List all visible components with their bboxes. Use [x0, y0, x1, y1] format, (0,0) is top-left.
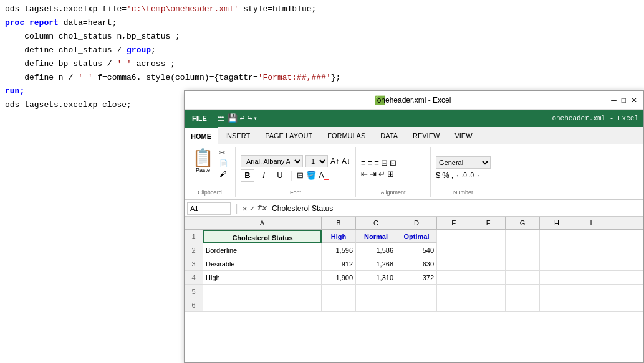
cell-e2[interactable] [437, 243, 471, 257]
maximize-icon[interactable]: □ [622, 96, 626, 105]
paste-button[interactable]: 📋 Paste [190, 148, 216, 174]
cell-c1[interactable]: Normal [356, 230, 396, 243]
cell-d5[interactable] [396, 285, 437, 298]
underline-button[interactable]: U [273, 169, 287, 182]
cell-i3[interactable] [574, 257, 608, 270]
cell-e6[interactable] [437, 298, 471, 311]
borders-button[interactable]: ⊞ [297, 171, 304, 180]
cell-i5[interactable] [574, 285, 608, 298]
confirm-formula-icon[interactable]: ✓ [250, 204, 255, 214]
cell-h3[interactable] [540, 257, 574, 270]
file-tab[interactable]: FILE [185, 110, 214, 127]
cell-h4[interactable] [540, 271, 574, 284]
cell-e1[interactable] [437, 230, 471, 243]
decrease-decimal-icon: ←.0 [455, 172, 466, 179]
cancel-formula-icon[interactable]: ✕ [243, 204, 248, 214]
tab-review[interactable]: REVIEW [405, 127, 447, 144]
number-format-select[interactable]: General [436, 156, 491, 169]
cell-g2[interactable] [506, 243, 540, 257]
cell-b5[interactable] [322, 285, 356, 298]
tab-home[interactable]: HOME [185, 127, 218, 144]
cell-i1[interactable] [574, 230, 608, 243]
cut-button[interactable]: ✂ [218, 148, 230, 158]
cell-c4[interactable]: 1,310 [356, 271, 396, 284]
cell-a6[interactable] [203, 298, 322, 311]
cell-d4[interactable]: 372 [396, 271, 437, 284]
font-size-select[interactable]: 10 [305, 155, 328, 167]
tab-view[interactable]: VIEW [447, 127, 479, 144]
undo-icon[interactable]: ↩ [240, 113, 245, 123]
cell-g3[interactable] [506, 257, 540, 270]
cell-c2[interactable]: 1,586 [356, 243, 396, 257]
cell-f1[interactable] [471, 230, 506, 243]
font-name-select[interactable]: Arial, Albany AM [241, 155, 303, 167]
cell-f4[interactable] [471, 271, 506, 284]
cell-a5[interactable] [203, 285, 322, 298]
cell-b2[interactable]: 1,596 [322, 243, 356, 257]
insert-function-icon[interactable]: fx [257, 204, 267, 214]
font-color-button[interactable]: A_ [319, 171, 329, 180]
cell-b4[interactable]: 1,900 [322, 271, 356, 284]
tab-formulas[interactable]: FORMULAS [320, 127, 373, 144]
decrease-font-btn[interactable]: A↓ [342, 157, 350, 166]
redo-icon[interactable]: ↪ [248, 113, 252, 123]
tab-page-layout[interactable]: PAGE LAYOUT [257, 127, 320, 144]
indent-decrease-btn[interactable]: ⇤ [361, 169, 368, 179]
bold-button[interactable]: B [241, 169, 254, 182]
cell-b6[interactable] [322, 298, 356, 311]
close-icon[interactable]: ✕ [631, 96, 637, 105]
increase-font-btn[interactable]: A↑ [330, 157, 339, 166]
cell-b1[interactable]: High [322, 230, 356, 243]
cell-a1[interactable]: Cholesterol Status [203, 230, 322, 243]
save-qa-icon[interactable]: 💾 [228, 113, 238, 123]
cell-d3[interactable]: 630 [396, 257, 437, 270]
cell-c3[interactable]: 1,268 [356, 257, 396, 270]
cell-d2[interactable]: 540 [396, 243, 437, 257]
cell-h1[interactable] [540, 230, 574, 243]
align-left-btn[interactable]: ≡ [361, 158, 366, 167]
cell-f6[interactable] [471, 298, 506, 311]
indent-increase-btn[interactable]: ⇥ [370, 169, 377, 179]
cell-i6[interactable] [574, 298, 608, 311]
italic-button[interactable]: I [257, 169, 271, 182]
cell-h5[interactable] [540, 285, 574, 298]
fill-color-button[interactable]: 🪣 [306, 171, 316, 180]
cell-a3[interactable]: Desirable [203, 257, 322, 270]
cell-d1[interactable]: Optimal [396, 230, 437, 243]
align-right-btn[interactable]: ≡ [374, 158, 379, 167]
cell-b3[interactable]: 912 [322, 257, 356, 270]
cell-f5[interactable] [471, 285, 506, 298]
cell-e4[interactable] [437, 271, 471, 284]
table-row: 1 Cholesterol Status High Normal Optimal [185, 230, 643, 243]
cell-d6[interactable] [396, 298, 437, 311]
cell-ref-input[interactable] [187, 202, 231, 215]
cell-h6[interactable] [540, 298, 574, 311]
cell-c5[interactable] [356, 285, 396, 298]
cell-g6[interactable] [506, 298, 540, 311]
copy-button[interactable]: 📄 [218, 159, 230, 168]
cell-i2[interactable] [574, 243, 608, 257]
code-line-5: define bp_status / ' ' across ; [5, 57, 639, 71]
fill-btn[interactable]: ⊡ [390, 158, 396, 167]
cell-c6[interactable] [356, 298, 396, 311]
cell-a4[interactable]: High [203, 271, 322, 284]
formula-input[interactable] [269, 204, 641, 213]
cell-g5[interactable] [506, 285, 540, 298]
cell-g1[interactable] [506, 230, 540, 243]
cell-e5[interactable] [437, 285, 471, 298]
tab-data[interactable]: DATA [373, 127, 405, 144]
merge-btn[interactable]: ⊞ [387, 169, 394, 179]
tab-insert[interactable]: INSERT [218, 127, 257, 144]
align-center-btn[interactable]: ≡ [368, 158, 373, 167]
cell-g4[interactable] [506, 271, 540, 284]
cell-a2[interactable]: Borderline [203, 243, 322, 257]
wrap-text-btn[interactable]: ↵ [378, 169, 385, 179]
cell-i4[interactable] [574, 271, 608, 284]
cell-f3[interactable] [471, 257, 506, 270]
cell-f2[interactable] [471, 243, 506, 257]
merge-cells-btn[interactable]: ⊟ [381, 158, 388, 167]
cell-h2[interactable] [540, 243, 574, 257]
format-painter-button[interactable]: 🖌 [218, 169, 230, 178]
minimize-icon[interactable]: ─ [611, 96, 617, 105]
cell-e3[interactable] [437, 257, 471, 270]
